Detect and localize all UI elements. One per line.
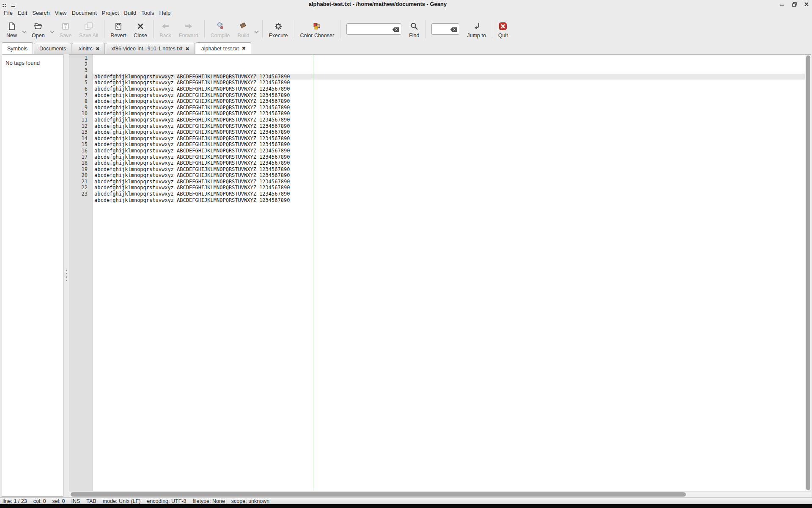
no-tags-message: No tags found bbox=[2, 55, 63, 71]
editor-line[interactable]: abcdefghijklmnopqrstuvwxyz ABCDEFGHIJKLM… bbox=[93, 98, 805, 105]
text-area[interactable]: abcdefghijklmnopqrstuvwxyz ABCDEFGHIJKLM… bbox=[93, 55, 805, 491]
close-tab-icon[interactable]: ✖ bbox=[186, 47, 189, 51]
menu-project[interactable]: Project bbox=[99, 9, 121, 17]
editor-line[interactable]: abcdefghijklmnopqrstuvwxyz ABCDEFGHIJKLM… bbox=[93, 172, 805, 179]
window-title: alphabet-test.txt - /home/mathew/documen… bbox=[309, 1, 447, 7]
line-number: 12 bbox=[69, 123, 92, 130]
sidebar-tab-symbols[interactable]: Symbols bbox=[2, 42, 33, 54]
line-number: 5 bbox=[69, 80, 92, 86]
minimize-icon[interactable] bbox=[779, 1, 785, 7]
editor-line[interactable]: abcdefghijklmnopqrstuvwxyz ABCDEFGHIJKLM… bbox=[93, 179, 805, 185]
jump-to-icon bbox=[472, 21, 481, 32]
close-window-icon[interactable] bbox=[804, 1, 809, 7]
line-number: 2 bbox=[69, 61, 92, 68]
editor-line[interactable]: abcdefghijklmnopqrstuvwxyz ABCDEFGHIJKLM… bbox=[93, 141, 805, 148]
build-label: Build bbox=[238, 32, 250, 39]
menu-build[interactable]: Build bbox=[121, 9, 139, 17]
menu-tools[interactable]: Tools bbox=[139, 9, 156, 17]
tab-label: Symbols bbox=[7, 46, 27, 52]
toolbar-separator bbox=[204, 20, 205, 38]
toolbar-separator bbox=[104, 20, 104, 38]
menu-edit[interactable]: Edit bbox=[15, 9, 30, 17]
line-number: 11 bbox=[69, 117, 92, 123]
build-dropdown-chevron-icon[interactable] bbox=[253, 21, 260, 43]
editor-tab-alphabet-test-txt[interactable]: alphabet-test.txt✖ bbox=[196, 42, 251, 54]
editor-line[interactable]: abcdefghijklmnopqrstuvwxyz ABCDEFGHIJKLM… bbox=[93, 191, 805, 197]
editor-line[interactable]: abcdefghijklmnopqrstuvwxyz ABCDEFGHIJKLM… bbox=[93, 74, 805, 80]
clear-entry-icon[interactable] bbox=[392, 26, 399, 32]
horizontal-scrollbar-thumb[interactable] bbox=[71, 492, 686, 497]
compile-button: Compile bbox=[207, 18, 234, 40]
close-button[interactable]: Close bbox=[130, 18, 151, 40]
find-button[interactable]: Find bbox=[405, 18, 423, 40]
editor-tab-xf86-video-int-910-1-notes-txt[interactable]: xf86-video-int...910-1.notes.txt✖ bbox=[106, 43, 195, 54]
revert-button[interactable]: Revert bbox=[107, 18, 130, 40]
goto-line-entry bbox=[431, 23, 459, 35]
forward-label: Forward bbox=[179, 32, 198, 39]
build-button: Build bbox=[234, 18, 253, 40]
back-button: Back bbox=[156, 18, 175, 40]
menu-search[interactable]: Search bbox=[30, 9, 52, 17]
editor-line[interactable] bbox=[93, 203, 805, 210]
toolbar-separator bbox=[294, 20, 294, 38]
tab-label: Documents bbox=[39, 46, 66, 52]
menu-document[interactable]: Document bbox=[69, 9, 99, 17]
quit-button[interactable]: Quit bbox=[494, 18, 512, 40]
editor: 1234567891011121314151617181920212223 ab… bbox=[69, 54, 811, 497]
back-icon bbox=[161, 21, 170, 32]
close-icon bbox=[137, 21, 144, 32]
editor-line[interactable]: abcdefghijklmnopqrstuvwxyz ABCDEFGHIJKLM… bbox=[93, 105, 805, 111]
editor-line[interactable]: abcdefghijklmnopqrstuvwxyz ABCDEFGHIJKLM… bbox=[93, 110, 805, 117]
editor-line[interactable]: abcdefghijklmnopqrstuvwxyz ABCDEFGHIJKLM… bbox=[93, 185, 805, 191]
close-label: Close bbox=[134, 32, 147, 39]
editor-line[interactable]: abcdefghijklmnopqrstuvwxyz ABCDEFGHIJKLM… bbox=[93, 123, 805, 130]
new-button[interactable]: New bbox=[3, 18, 21, 40]
editor-line[interactable]: abcdefghijklmnopqrstuvwxyz ABCDEFGHIJKLM… bbox=[93, 166, 805, 173]
forward-button: Forward bbox=[175, 18, 202, 40]
menu-file[interactable]: File bbox=[1, 9, 15, 17]
execute-button[interactable]: Execute bbox=[265, 18, 291, 40]
editor-line[interactable]: abcdefghijklmnopqrstuvwxyz ABCDEFGHIJKLM… bbox=[93, 160, 805, 166]
editor-line[interactable]: abcdefghijklmnopqrstuvwxyz ABCDEFGHIJKLM… bbox=[93, 129, 805, 135]
find-label: Find bbox=[409, 32, 419, 39]
open-dropdown-chevron-icon[interactable] bbox=[49, 21, 56, 43]
editor-tab--xinitrc[interactable]: .xinitrc✖ bbox=[72, 43, 105, 54]
editor-line[interactable]: abcdefghijklmnopqrstuvwxyz ABCDEFGHIJKLM… bbox=[93, 92, 805, 99]
jump-to-button[interactable]: Jump to bbox=[463, 18, 489, 40]
titlebar: alphabet-test.txt - /home/mathew/documen… bbox=[0, 0, 812, 8]
line-number: 3 bbox=[69, 67, 92, 74]
menu-help[interactable]: Help bbox=[157, 9, 173, 17]
restore-icon[interactable] bbox=[791, 1, 797, 7]
toolbar-separator bbox=[340, 20, 340, 38]
horizontal-scrollbar[interactable] bbox=[69, 491, 811, 497]
close-tab-icon[interactable]: ✖ bbox=[242, 46, 246, 51]
editor-line[interactable]: abcdefghijklmnopqrstuvwxyz ABCDEFGHIJKLM… bbox=[93, 148, 805, 154]
line-number: 17 bbox=[69, 154, 92, 160]
status-tab-mode: TAB bbox=[86, 498, 96, 504]
long-line-marker bbox=[313, 55, 313, 491]
color-chooser-button[interactable]: Color Chooser bbox=[296, 18, 338, 40]
search-entry bbox=[346, 23, 401, 35]
editor-line[interactable]: abcdefghijklmnopqrstuvwxyz ABCDEFGHIJKLM… bbox=[93, 86, 805, 92]
editor-line[interactable]: abcdefghijklmnopqrstuvwxyz ABCDEFGHIJKLM… bbox=[93, 154, 805, 160]
new-dropdown-chevron-icon[interactable] bbox=[21, 21, 28, 43]
menu-view[interactable]: View bbox=[52, 9, 69, 17]
sidebar-tab-documents[interactable]: Documents bbox=[34, 43, 71, 54]
vertical-scrollbar-thumb[interactable] bbox=[806, 55, 810, 490]
vertical-scrollbar[interactable] bbox=[805, 55, 811, 491]
clear-entry-icon[interactable] bbox=[450, 26, 457, 32]
editor-line[interactable]: abcdefghijklmnopqrstuvwxyz ABCDEFGHIJKLM… bbox=[93, 80, 805, 86]
editor-line[interactable]: abcdefghijklmnopqrstuvwxyz ABCDEFGHIJKLM… bbox=[93, 117, 805, 123]
symbols-panel: No tags found bbox=[2, 54, 63, 497]
open-button[interactable]: Open bbox=[28, 18, 49, 40]
menubar: FileEditSearchViewDocumentProjectBuildTo… bbox=[0, 8, 812, 17]
editor-line[interactable]: abcdefghijklmnopqrstuvwxyz ABCDEFGHIJKLM… bbox=[93, 197, 805, 204]
sidebar-splitter-handle[interactable] bbox=[64, 54, 69, 497]
close-tab-icon[interactable]: ✖ bbox=[96, 47, 99, 51]
editor-line[interactable]: abcdefghijklmnopqrstuvwxyz ABCDEFGHIJKLM… bbox=[93, 135, 805, 142]
line-number: 9 bbox=[69, 105, 92, 111]
line-number: 7 bbox=[69, 92, 92, 99]
editor-line[interactable] bbox=[93, 210, 805, 216]
open-label: Open bbox=[32, 32, 45, 39]
toolbar-separator bbox=[492, 20, 492, 38]
